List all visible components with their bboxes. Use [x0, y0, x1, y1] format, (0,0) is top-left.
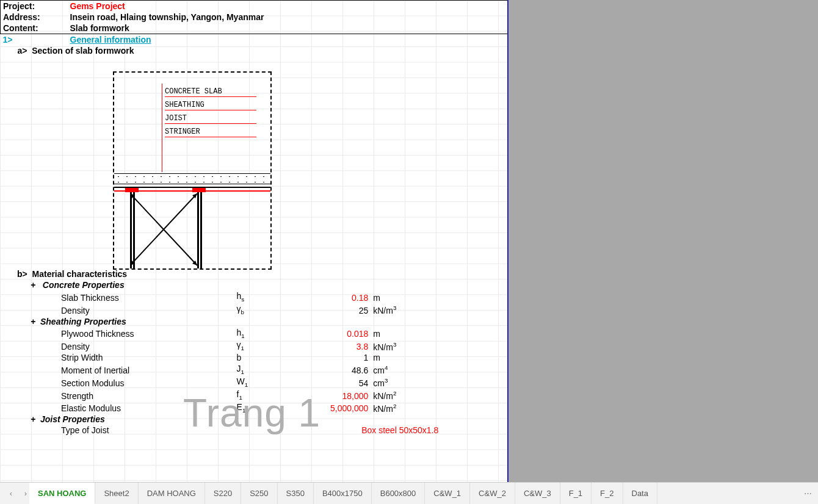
row-d1-label: Density [0, 339, 234, 352]
row-ply-val[interactable]: 0.018 [292, 327, 371, 340]
group-sheathing: + Sheathing Properties [0, 316, 507, 327]
project-label: Project: [1, 1, 68, 12]
row-strip-label: Strip Width [0, 352, 234, 363]
section-1-num: 1> [1, 34, 68, 46]
section-a-num: a> [18, 46, 27, 56]
row-density-b-sym: γb [234, 303, 293, 316]
slab-band [114, 173, 270, 184]
row-density-b-unit: kN/m3 [371, 303, 507, 316]
diagram-label-sheathing: SHEATHING [165, 97, 256, 110]
content-value[interactable]: Slab formwork [68, 23, 508, 34]
row-d1-val[interactable]: 3.8 [292, 339, 371, 352]
tab-more-button[interactable]: ⋯ [798, 489, 818, 498]
row-density-b-label: Density [0, 303, 234, 316]
tab-b600x800[interactable]: B600x800 [372, 483, 425, 504]
tab-s250[interactable]: S250 [241, 483, 277, 504]
sheet-tabs: SAN HOANG Sheet2 DAM HOANG S220 S250 S35… [29, 483, 657, 504]
diagram-label-concrete: CONCRETE SLAB [165, 84, 256, 97]
row-strength-val[interactable]: 18,000 [292, 389, 371, 401]
row-joist-type-label: Type of Joist [0, 425, 234, 436]
row-moi-label: Moment of Inertial [0, 363, 234, 376]
address-label: Address: [1, 12, 68, 23]
section-b: b> Material characteristics [0, 268, 507, 279]
row-slab-thick-unit: m [371, 290, 507, 303]
diagram-label-stringer: STRINGER [165, 124, 256, 137]
row-ply-label: Plywood Thickness [0, 327, 234, 340]
tab-b400x1750[interactable]: B400x1750 [314, 483, 372, 504]
diagram-label-joist: JOIST [165, 110, 256, 124]
tab-f2[interactable]: F_2 [592, 483, 623, 504]
tab-s350[interactable]: S350 [278, 483, 314, 504]
properties-table: b> Material characteristics + Concrete P… [0, 268, 507, 436]
section-a: a> Section of slab formwork [1, 45, 508, 56]
group-concrete: + Concrete Properties [0, 279, 507, 290]
section-1-title: General information [68, 34, 508, 46]
tab-san-hoang[interactable]: SAN HOANG [29, 483, 95, 504]
tab-nav-next[interactable]: › [17, 485, 34, 502]
tab-dam-hoang[interactable]: DAM HOANG [139, 483, 205, 504]
section-b-title: Material characteristics [32, 269, 128, 279]
sheet-content: Project: Gems Project Address: Insein ro… [0, 0, 507, 436]
cross-brace [130, 193, 252, 267]
sheet-tab-bar: ‹ › SAN HOANG Sheet2 DAM HOANG S220 S250… [0, 482, 818, 504]
tab-f1[interactable]: F_1 [560, 483, 592, 504]
row-density-b-val[interactable]: 25 [292, 303, 371, 316]
row-moi-val[interactable]: 48.6 [292, 363, 371, 376]
header-table: Project: Gems Project Address: Insein ro… [0, 0, 507, 56]
tab-s220[interactable]: S220 [205, 483, 241, 504]
row-emod-label: Elastic Modulus [0, 401, 234, 414]
group-joist: + Joist Properties [0, 414, 507, 425]
row-strip-val[interactable]: 1 [292, 352, 371, 363]
project-value[interactable]: Gems Project [68, 1, 508, 12]
row-slab-thick-label: Slab Thickness [0, 290, 234, 303]
content-label: Content: [1, 23, 68, 34]
tab-cw1[interactable]: C&W_1 [425, 483, 470, 504]
section-b-num: b> [17, 269, 27, 279]
row-secmod-val[interactable]: 54 [292, 376, 371, 389]
row-emod-val[interactable]: 5,000,000 [292, 401, 371, 414]
address-value[interactable]: Insein road, Hlaing township, Yangon, My… [68, 12, 508, 23]
tab-sheet2[interactable]: Sheet2 [95, 483, 138, 504]
worksheet-page: Project: Gems Project Address: Insein ro… [0, 0, 509, 482]
row-slab-thick-val[interactable]: 0.18 [292, 290, 371, 303]
tab-cw3[interactable]: C&W_3 [515, 483, 560, 504]
row-joist-type-val[interactable]: Box steel 50x50x1.8 [292, 425, 507, 436]
tab-data[interactable]: Data [623, 483, 657, 504]
formwork-diagram: CONCRETE SLAB SHEATHING JOIST STRINGER [113, 71, 272, 270]
row-slab-thick-sym: hs [234, 290, 293, 303]
row-secmod-label: Section Modulus [0, 376, 234, 389]
tab-cw2[interactable]: C&W_2 [470, 483, 515, 504]
section-a-title: Section of slab formwork [32, 46, 134, 56]
row-strength-label: Strength [0, 389, 234, 401]
